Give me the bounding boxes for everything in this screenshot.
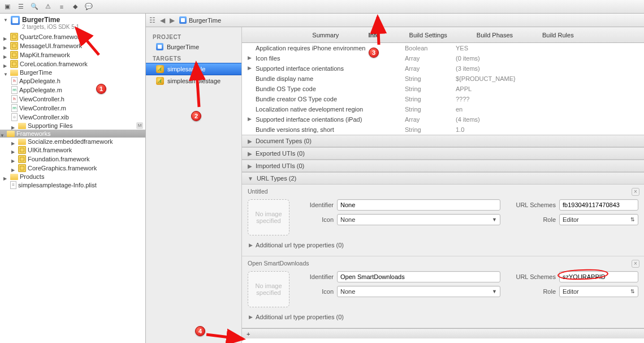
forward-icon[interactable]: ▶	[170, 16, 175, 24]
xcodeproj-icon	[156, 43, 163, 50]
table-row[interactable]: Bundle display nameString${PRODUCT_NAME}	[242, 74, 644, 84]
identifier-field[interactable]	[337, 271, 500, 282]
target-item[interactable]: simplesample	[146, 63, 241, 75]
nav-item[interactable]: ViewController.h	[8, 95, 145, 104]
chevron-down-icon[interactable]	[0, 131, 5, 136]
tab-info[interactable]: Info	[365, 29, 383, 41]
chevron-right-icon[interactable]	[11, 123, 16, 128]
tab-summary[interactable]: Summary	[309, 29, 342, 41]
warning-icon[interactable]: ⚠	[43, 2, 53, 12]
url-schemes-field[interactable]	[559, 271, 638, 282]
editor-tabbar: Summary Info Build Settings Build Phases…	[242, 27, 644, 43]
tab-build-rules[interactable]: Build Rules	[539, 29, 577, 41]
breakpoint-icon[interactable]: ◆	[70, 2, 80, 12]
nav-item[interactable]: QuartzCore.framework	[0, 32, 145, 41]
search-icon[interactable]: 🔍	[29, 2, 40, 12]
nav-item[interactable]: simplesamplestage-Info.plist	[0, 181, 145, 190]
table-row[interactable]: ▶Icon filesArray(0 items)	[242, 53, 644, 63]
remove-url-type-button[interactable]: ×	[632, 188, 639, 196]
chevron-right-icon[interactable]	[11, 148, 16, 153]
table-row[interactable]: Bundle creator OS Type codeString????	[242, 94, 644, 104]
nav-item[interactable]: CoreLocation.framework	[0, 59, 145, 68]
additional-props-toggle[interactable]: ▶Additional url type properties (0)	[248, 240, 638, 250]
role-select[interactable]: Editor⇅	[559, 286, 638, 297]
section-document-types[interactable]: ▶Document Types (0)	[242, 135, 644, 147]
nav-item[interactable]: UIKit.framework	[8, 145, 145, 155]
nav-item[interactable]: AppDelegate.m	[8, 85, 145, 95]
log-icon[interactable]: 💬	[84, 2, 94, 12]
tag-icon[interactable]: ≡	[57, 2, 67, 12]
chevron-right-icon[interactable]	[11, 139, 16, 144]
header-file-icon	[11, 95, 18, 103]
plus-icon[interactable]: +	[247, 331, 250, 337]
nav-group[interactable]: BurgerTime	[0, 68, 145, 76]
chevron-down-icon[interactable]	[3, 16, 8, 21]
chevron-down-icon[interactable]	[3, 70, 8, 75]
breadcrumb[interactable]: BurgerTime	[179, 16, 221, 24]
chevron-right-icon[interactable]	[3, 44, 8, 49]
chevron-down-icon: ▼	[490, 289, 497, 294]
framework-icon	[18, 155, 26, 163]
related-items-icon[interactable]: ☷	[149, 16, 155, 24]
role-label: Role	[508, 288, 556, 295]
table-row[interactable]: Localization native development regionSt…	[242, 104, 644, 114]
nav-item[interactable]: Supporting FilesM	[8, 122, 145, 130]
table-row[interactable]: Bundle versions string, shortString1.0	[242, 125, 644, 135]
url-schemes-field[interactable]	[559, 199, 638, 211]
icon-label: Icon	[297, 216, 334, 223]
section-exported-utis[interactable]: ▶Exported UTIs (0)	[242, 148, 644, 160]
framework-icon	[10, 42, 18, 50]
folder-icon	[18, 139, 26, 145]
chevron-right-icon[interactable]	[3, 62, 8, 67]
run-icon[interactable]: ▣	[2, 2, 12, 12]
project-item[interactable]: BurgerTime	[146, 41, 241, 52]
icon-select[interactable]: None▼	[337, 214, 500, 225]
table-row[interactable]: Bundle OS Type codeStringAPPL	[242, 84, 644, 94]
remove-url-type-button[interactable]: ×	[632, 260, 639, 268]
impl-file-icon	[11, 104, 18, 112]
section-imported-utis[interactable]: ▶Imported UTIs (0)	[242, 160, 644, 172]
section-header: TARGETS	[146, 52, 241, 63]
add-url-type-bar[interactable]: +	[242, 328, 644, 338]
app-target-icon	[156, 65, 164, 73]
icon-select[interactable]: None▼	[337, 286, 500, 297]
nav-group-frameworks[interactable]: Frameworks	[0, 130, 145, 138]
table-row[interactable]: ▶Supported interface orientationsArray(3…	[242, 63, 644, 74]
plist-file-icon	[10, 181, 16, 189]
tab-build-phases[interactable]: Build Phases	[473, 29, 516, 41]
schemes-label: URL Schemes	[508, 273, 556, 280]
role-select[interactable]: Editor⇅	[559, 214, 638, 225]
project-navigator[interactable]: BurgerTime 2 targets, iOS SDK 5.1 Quartz…	[0, 14, 146, 343]
chevron-right-icon[interactable]	[3, 174, 8, 179]
chevron-right-icon[interactable]	[3, 35, 8, 40]
chevron-right-icon[interactable]	[11, 157, 16, 162]
image-well[interactable]: No image specified	[248, 271, 289, 307]
icon-label: Icon	[297, 288, 334, 295]
layers-icon[interactable]: ☰	[16, 2, 26, 12]
chevron-right-icon[interactable]	[3, 53, 8, 58]
nav-item[interactable]: AppDelegate.h	[8, 76, 145, 85]
nav-item[interactable]: Foundation.framework	[8, 155, 145, 164]
image-well[interactable]: No image specified	[248, 199, 289, 235]
additional-props-toggle[interactable]: ▶Additional url type properties (0)	[248, 312, 638, 322]
url-type-entry: × Open SmartDownloads No image specified…	[242, 256, 644, 328]
xcodeproj-icon	[179, 16, 187, 24]
tab-build-settings[interactable]: Build Settings	[406, 29, 451, 41]
target-item[interactable]: simplesamplestage	[146, 75, 241, 87]
url-type-title: Open SmartDownloads	[248, 260, 638, 267]
nav-item[interactable]: MapKit.framework	[0, 50, 145, 59]
nav-item[interactable]: MessageUI.framework	[0, 41, 145, 50]
section-url-types[interactable]: ▼URL Types (2)	[242, 173, 644, 185]
nav-item[interactable]: ViewController.m	[8, 104, 145, 113]
identifier-field[interactable]	[337, 199, 500, 211]
info-plist-table[interactable]: Application requires iPhone environmenBo…	[242, 43, 644, 135]
table-row[interactable]: Application requires iPhone environmenBo…	[242, 43, 644, 53]
nav-item[interactable]: Socialize.embeddedframework	[8, 138, 145, 145]
back-icon[interactable]: ◀	[160, 16, 165, 24]
table-row[interactable]: ▶Supported interface orientations (iPad)…	[242, 114, 644, 125]
nav-group-products[interactable]: Products	[0, 173, 145, 181]
nav-item[interactable]: ViewController.xib	[8, 113, 145, 122]
project-row[interactable]: BurgerTime 2 targets, iOS SDK 5.1	[0, 14, 145, 32]
chevron-right-icon[interactable]	[11, 166, 16, 171]
nav-item[interactable]: CoreGraphics.framework	[8, 164, 145, 173]
